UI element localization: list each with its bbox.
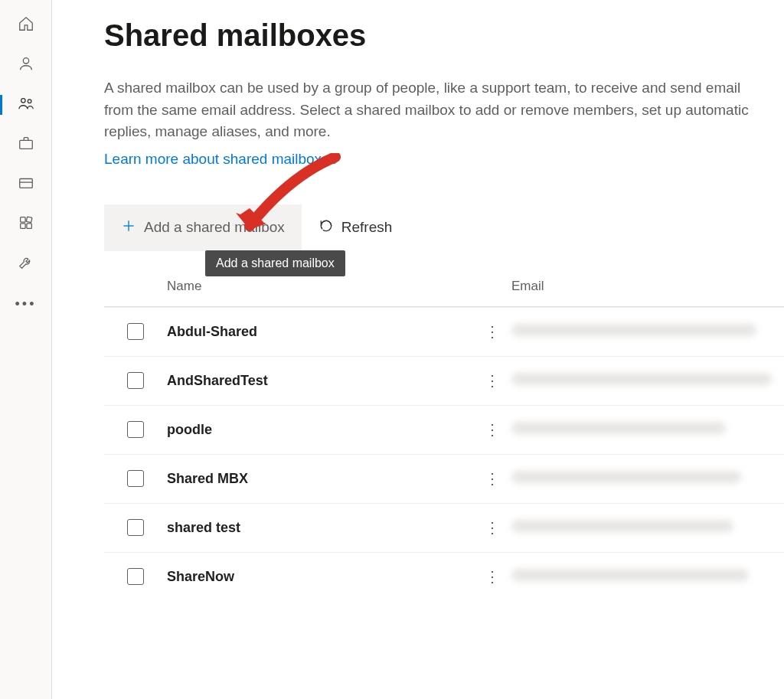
more-vertical-icon: ⋮ [485, 470, 500, 487]
mailbox-name: AndSharedTest [167, 373, 473, 389]
column-header-email[interactable]: Email [511, 279, 784, 294]
nav-settings[interactable] [0, 247, 52, 282]
row-checkbox[interactable] [127, 519, 144, 536]
more-vertical-icon: ⋮ [485, 421, 500, 438]
column-header-name[interactable]: Name [167, 279, 473, 294]
more-icon: ••• [15, 296, 37, 312]
row-more-actions[interactable]: ⋮ [473, 420, 511, 439]
table-row[interactable]: shared test ⋮ [104, 503, 784, 552]
table-row[interactable]: Shared MBX ⋮ [104, 454, 784, 503]
mailbox-name: shared test [167, 520, 473, 536]
row-more-actions[interactable]: ⋮ [473, 518, 511, 537]
svg-rect-7 [26, 217, 32, 223]
svg-point-0 [23, 58, 28, 64]
add-tooltip: Add a shared mailbox [205, 250, 345, 276]
add-button-label: Add a shared mailbox [144, 219, 285, 236]
mailbox-name: poodle [167, 422, 473, 438]
svg-rect-6 [20, 217, 24, 222]
refresh-button[interactable]: Refresh [302, 204, 410, 251]
nav-teams[interactable] [0, 87, 52, 122]
mailbox-email [511, 569, 784, 585]
mailbox-email [511, 324, 784, 340]
nav-home[interactable] [0, 8, 52, 43]
page-description: A shared mailbox can be used by a group … [104, 77, 770, 143]
toolbar: Add a shared mailbox Refresh Add a share… [104, 204, 784, 251]
left-nav: ••• [0, 0, 52, 699]
table-row[interactable]: Abdul-Shared ⋮ [104, 307, 784, 356]
row-more-actions[interactable]: ⋮ [473, 371, 511, 390]
page-title: Shared mailboxes [104, 18, 784, 53]
mailbox-name: Shared MBX [167, 471, 473, 487]
teams-icon [18, 95, 34, 115]
table-row[interactable]: ShareNow ⋮ [104, 552, 784, 601]
svg-rect-4 [19, 179, 32, 188]
wrench-icon [18, 254, 34, 274]
table-header-row: Name Email [104, 279, 784, 306]
svg-rect-8 [20, 224, 24, 228]
table-row[interactable]: AndSharedTest ⋮ [104, 356, 784, 405]
nav-billing[interactable] [0, 167, 52, 202]
table-row[interactable]: poodle ⋮ [104, 405, 784, 454]
nav-users[interactable] [0, 47, 52, 83]
main-content: Shared mailboxes A shared mailbox can be… [52, 0, 784, 699]
more-vertical-icon: ⋮ [485, 323, 500, 340]
row-checkbox[interactable] [127, 421, 144, 438]
svg-point-1 [21, 99, 24, 103]
plus-icon [121, 218, 136, 237]
svg-point-2 [28, 100, 31, 103]
row-checkbox[interactable] [127, 470, 144, 487]
add-shared-mailbox-button[interactable]: Add a shared mailbox [104, 204, 302, 251]
apps-icon [18, 214, 34, 234]
mailbox-email [511, 373, 784, 389]
more-vertical-icon: ⋮ [485, 568, 500, 585]
learn-more-link[interactable]: Learn more about shared mailboxes [104, 151, 337, 168]
svg-rect-9 [26, 224, 31, 228]
refresh-icon [318, 218, 334, 237]
refresh-button-label: Refresh [341, 219, 393, 236]
row-checkbox[interactable] [127, 568, 144, 585]
more-vertical-icon: ⋮ [485, 372, 500, 389]
user-icon [18, 55, 34, 75]
nav-resources[interactable] [0, 127, 52, 162]
svg-rect-3 [19, 140, 32, 149]
briefcase-icon [18, 135, 34, 155]
home-icon [18, 15, 34, 35]
mailbox-name: ShareNow [167, 569, 473, 585]
nav-more[interactable]: ••• [0, 286, 52, 322]
mailbox-table: Name Email Abdul-Shared ⋮ AndSharedTest … [104, 279, 784, 601]
mailbox-email [511, 520, 784, 536]
card-icon [18, 175, 34, 194]
mailbox-email [511, 471, 784, 487]
nav-apps[interactable] [0, 207, 52, 242]
more-vertical-icon: ⋮ [485, 519, 500, 536]
row-checkbox[interactable] [127, 323, 144, 340]
row-checkbox[interactable] [127, 372, 144, 389]
row-more-actions[interactable]: ⋮ [473, 469, 511, 488]
row-more-actions[interactable]: ⋮ [473, 567, 511, 586]
mailbox-name: Abdul-Shared [167, 324, 473, 340]
row-more-actions[interactable]: ⋮ [473, 322, 511, 341]
mailbox-email [511, 422, 784, 438]
